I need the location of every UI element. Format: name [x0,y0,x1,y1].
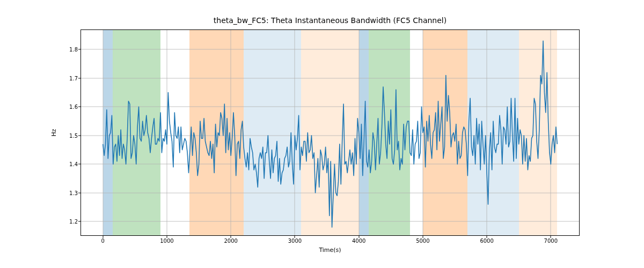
ytick-label: 1.5 [69,132,78,138]
chart-figure: theta_bw_FC5: Theta Instantaneous Bandwi… [0,0,644,268]
ytick-label: 1.3 [69,190,78,196]
chart-title: theta_bw_FC5: Theta Instantaneous Bandwi… [80,16,580,25]
xtick-label: 6000 [480,238,493,244]
ytick-label: 1.6 [69,104,78,110]
ytick-label: 1.8 [69,47,78,53]
ytick-label: 1.4 [69,161,78,167]
xtick-label: 7000 [544,238,558,244]
line-series [80,29,580,236]
y-axis-label: Hz [48,29,59,236]
ytick-label: 1.7 [69,75,78,81]
xtick-label: 4000 [352,238,365,244]
x-axis-label: Time(s) [80,247,580,254]
xtick-label: 0 [101,238,105,244]
xtick-label: 5000 [416,238,429,244]
xtick-label: 1000 [160,238,173,244]
ytick-label: 1.2 [69,219,78,225]
plot-area [80,29,580,236]
xtick-label: 2000 [224,238,237,244]
xtick-label: 3000 [288,238,302,244]
